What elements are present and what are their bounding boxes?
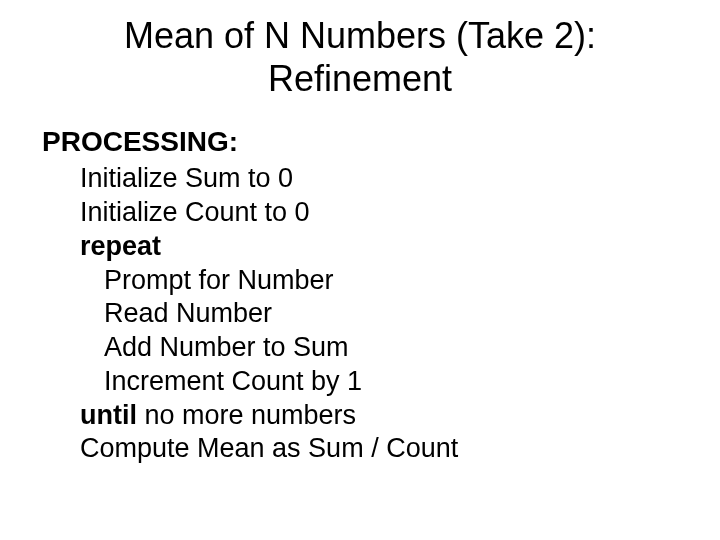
title-line-2: Refinement	[0, 57, 720, 100]
title-line-1: Mean of N Numbers (Take 2):	[0, 14, 720, 57]
section-heading: PROCESSING:	[42, 126, 720, 158]
slide: Mean of N Numbers (Take 2): Refinement P…	[0, 0, 720, 540]
code-line: repeat	[80, 230, 720, 264]
code-line: Increment Count by 1	[104, 365, 720, 399]
code-line: Prompt for Number	[104, 264, 720, 298]
code-text: no more numbers	[137, 400, 356, 430]
code-line: Initialize Count to 0	[80, 196, 720, 230]
code-line: until no more numbers	[80, 399, 720, 433]
code-line: Read Number	[104, 297, 720, 331]
code-line: Compute Mean as Sum / Count	[80, 432, 720, 466]
keyword-repeat: repeat	[80, 231, 161, 261]
keyword-until: until	[80, 400, 137, 430]
slide-title: Mean of N Numbers (Take 2): Refinement	[0, 0, 720, 100]
code-line: Initialize Sum to 0	[80, 162, 720, 196]
code-line: Add Number to Sum	[104, 331, 720, 365]
pseudocode-block: Initialize Sum to 0 Initialize Count to …	[80, 162, 720, 466]
